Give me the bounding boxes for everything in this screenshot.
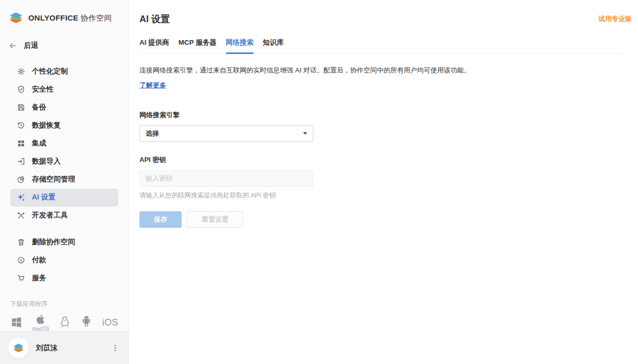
trash-icon (17, 238, 25, 246)
sidebar-item-services[interactable]: 服务 (10, 269, 118, 287)
arrow-left-icon (8, 41, 17, 50)
user-strip: 刘苡沫 (0, 331, 129, 364)
sidebar-item-delete-space[interactable]: 删除协作空间 (10, 233, 118, 251)
tab-ai-providers[interactable]: AI 提供商 (139, 38, 169, 53)
android-icon[interactable] (80, 316, 93, 329)
engine-select[interactable]: 选择 (139, 125, 313, 142)
shield-icon (17, 85, 25, 94)
import-icon (17, 157, 25, 166)
onlyoffice-logo-icon (8, 10, 24, 26)
gear-icon (17, 67, 25, 76)
user-menu-dots-icon[interactable] (110, 343, 120, 353)
sidebar-item-ai-settings[interactable]: AI 设置 (10, 189, 118, 207)
engine-select-value: 选择 (146, 129, 159, 138)
sidebar-item-devtools[interactable]: 开发者工具 (10, 207, 118, 225)
sidebar-item-restore[interactable]: 数据恢复 (10, 117, 118, 135)
sidebar: ONLYOFFICE 协作空间 后退 个性化定制 (0, 0, 129, 364)
sidebar-item-data-import[interactable]: 数据导入 (10, 153, 118, 171)
download-apps-label: 下载应用程序 (0, 300, 129, 308)
tabs: AI 提供商 MCP 服务器 网络搜索 知识库 (139, 38, 623, 53)
tab-mcp-servers[interactable]: MCP 服务器 (179, 38, 217, 53)
sidebar-item-payments[interactable]: $ 付款 (10, 251, 118, 269)
cart-icon (17, 274, 25, 282)
user-avatar[interactable] (8, 338, 29, 358)
form-buttons: 保存 重置设置 (139, 211, 638, 228)
engine-field-label: 网络搜索引擎 (139, 111, 638, 120)
page-header: AI 设置 试用专业版 (139, 0, 638, 25)
trial-pro-badge[interactable]: 试用专业版 (598, 14, 632, 24)
main-content: AI 设置 试用专业版 AI 提供商 MCP 服务器 网络搜索 知识库 连接网络… (129, 0, 638, 364)
sidebar-item-customization[interactable]: 个性化定制 (10, 63, 118, 81)
tab-web-search[interactable]: 网络搜索 (226, 38, 254, 53)
back-label: 后退 (24, 41, 38, 50)
payment-icon: $ (17, 256, 25, 264)
devtools-icon (17, 211, 25, 220)
sidebar-item-security[interactable]: 安全性 (10, 81, 118, 99)
svg-text:$: $ (20, 258, 23, 263)
user-name: 刘苡沫 (36, 343, 103, 353)
sidebar-item-backup[interactable]: 备份 (10, 99, 118, 117)
apple-macos-icon[interactable]: macOS (32, 314, 49, 332)
sidebar-nav: 个性化定制 安全性 备份 (0, 63, 129, 287)
nav-group-gap (10, 225, 118, 233)
integration-icon (17, 139, 25, 148)
restore-icon (17, 121, 25, 130)
page-title: AI 设置 (139, 13, 170, 25)
back-button[interactable]: 后退 (0, 40, 129, 51)
reset-settings-button[interactable]: 重置设置 (187, 211, 243, 228)
platform-downloads: macOS iOS (0, 314, 129, 332)
linux-icon[interactable] (59, 316, 71, 329)
brand-name: ONLYOFFICE 协作空间 (28, 13, 112, 23)
sidebar-item-integration[interactable]: 集成 (10, 135, 118, 153)
storage-pie-icon (17, 175, 25, 184)
backup-icon (17, 103, 25, 112)
api-key-input[interactable] (139, 170, 313, 187)
ai-sparkle-icon (17, 193, 25, 202)
ios-label: iOS (102, 317, 118, 328)
save-button[interactable]: 保存 (139, 211, 182, 228)
sidebar-item-storage[interactable]: 存储空间管理 (10, 171, 118, 189)
macos-label: macOS (32, 326, 49, 331)
section-description: 连接网络搜索引擎，通过来自互联网的实时信息增强 AI 对话。配置后，协作空间中的… (139, 65, 638, 76)
windows-icon[interactable] (10, 316, 23, 329)
ios-link[interactable]: iOS (102, 317, 118, 328)
api-key-field-label: API 密钥 (139, 155, 638, 165)
app-logo[interactable]: ONLYOFFICE 协作空间 (0, 0, 129, 26)
tab-knowledge-base[interactable]: 知识库 (263, 38, 284, 53)
chevron-down-icon (303, 132, 307, 135)
learn-more-link[interactable]: 了解更多 (139, 81, 166, 90)
api-key-help-text: 请输入从您的联网搜索提供商处获取的 API 密钥 (139, 191, 638, 200)
